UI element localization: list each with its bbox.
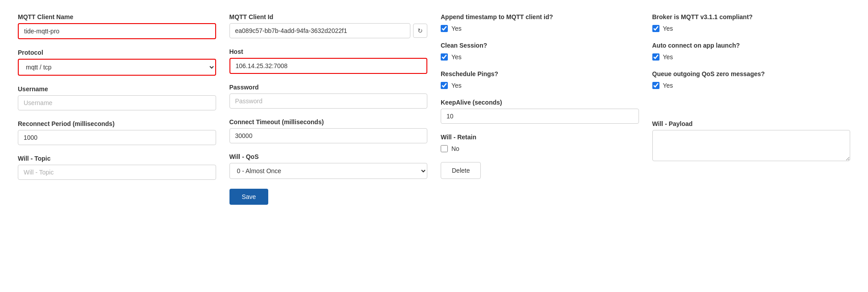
will-topic-label: Will - Topic bbox=[18, 155, 216, 162]
password-label: Password bbox=[229, 84, 428, 91]
broker-compliant-label: Broker is MQTT v3.1.1 compliant? bbox=[652, 13, 851, 20]
queue-outgoing-group: Queue outgoing QoS zero messages? Yes bbox=[652, 70, 851, 89]
column-4: Broker is MQTT v3.1.1 compliant? Yes Aut… bbox=[652, 13, 851, 205]
auto-connect-checkbox[interactable] bbox=[652, 53, 659, 61]
append-timestamp-label: Append timestamp to MQTT client id? bbox=[441, 13, 639, 20]
reschedule-pings-checkbox-group: Yes bbox=[441, 82, 639, 89]
reschedule-pings-label: Reschedule Pings? bbox=[441, 70, 639, 77]
reconnect-period-group: Reconnect Period (milliseconds) bbox=[18, 120, 216, 145]
clean-session-group: Clean Session? Yes bbox=[441, 42, 639, 61]
queue-outgoing-label: Queue outgoing QoS zero messages? bbox=[652, 70, 851, 77]
append-timestamp-checkbox[interactable] bbox=[441, 25, 448, 32]
keepalive-group: KeepAlive (seconds) bbox=[441, 99, 639, 124]
broker-compliant-checkbox-group: Yes bbox=[652, 25, 851, 32]
protocol-label: Protocol bbox=[18, 49, 216, 56]
will-payload-input[interactable] bbox=[652, 130, 851, 161]
will-qos-select[interactable]: 0 - Almost Once 1 - At Least Once 2 - Ex… bbox=[229, 163, 428, 179]
action-row: Save bbox=[229, 189, 428, 205]
connect-timeout-input[interactable] bbox=[229, 128, 428, 143]
host-group: Host bbox=[229, 48, 428, 74]
host-input[interactable] bbox=[229, 58, 428, 74]
will-retain-checkbox-group: No bbox=[441, 145, 639, 152]
username-input[interactable] bbox=[18, 95, 216, 110]
auto-connect-yes: Yes bbox=[663, 53, 673, 61]
will-payload-label: Will - Payload bbox=[652, 120, 851, 127]
settings-page: MQTT Client Name Protocol mqtt / tcp mqt… bbox=[0, 0, 868, 292]
save-button[interactable]: Save bbox=[229, 189, 269, 205]
refresh-icon: ↻ bbox=[418, 27, 423, 34]
append-timestamp-yes: Yes bbox=[451, 25, 462, 32]
reschedule-pings-yes: Yes bbox=[451, 82, 462, 89]
auto-connect-label: Auto connect on app launch? bbox=[652, 42, 851, 49]
broker-compliant-group: Broker is MQTT v3.1.1 compliant? Yes bbox=[652, 13, 851, 32]
keepalive-input[interactable] bbox=[441, 109, 639, 124]
reconnect-period-input[interactable] bbox=[18, 130, 216, 145]
will-topic-input[interactable] bbox=[18, 165, 216, 180]
queue-outgoing-checkbox[interactable] bbox=[652, 82, 659, 89]
mqtt-client-id-input[interactable] bbox=[229, 23, 411, 38]
queue-outgoing-yes: Yes bbox=[663, 82, 673, 89]
clean-session-yes: Yes bbox=[451, 53, 462, 61]
append-timestamp-group: Append timestamp to MQTT client id? Yes bbox=[441, 13, 639, 32]
will-payload-group: Will - Payload bbox=[652, 120, 851, 162]
clean-session-label: Clean Session? bbox=[441, 42, 639, 49]
delete-action-row: Delete bbox=[441, 162, 639, 179]
reschedule-pings-group: Reschedule Pings? Yes bbox=[441, 70, 639, 89]
settings-grid: MQTT Client Name Protocol mqtt / tcp mqt… bbox=[18, 13, 850, 205]
will-topic-group: Will - Topic bbox=[18, 155, 216, 180]
connect-timeout-group: Connect Timeout (milliseconds) bbox=[229, 118, 428, 143]
mqtt-client-id-group: MQTT Client Id ↻ bbox=[229, 13, 428, 38]
auto-connect-group: Auto connect on app launch? Yes bbox=[652, 42, 851, 61]
will-retain-no: No bbox=[451, 145, 459, 152]
refresh-client-id-button[interactable]: ↻ bbox=[413, 24, 427, 38]
mqtt-client-name-group: MQTT Client Name bbox=[18, 13, 216, 39]
reschedule-pings-checkbox[interactable] bbox=[441, 82, 448, 89]
mqtt-client-id-label: MQTT Client Id bbox=[229, 13, 428, 20]
username-label: Username bbox=[18, 85, 216, 93]
mqtt-client-name-input[interactable] bbox=[18, 23, 216, 39]
clean-session-checkbox-group: Yes bbox=[441, 53, 639, 61]
password-group: Password bbox=[229, 84, 428, 109]
protocol-group: Protocol mqtt / tcp mqtt / ws mqtts / tl… bbox=[18, 49, 216, 76]
password-input[interactable] bbox=[229, 93, 428, 109]
column-2: MQTT Client Id ↻ Host Password bbox=[229, 13, 428, 205]
host-label: Host bbox=[229, 48, 428, 55]
delete-button[interactable]: Delete bbox=[441, 162, 481, 179]
reconnect-period-label: Reconnect Period (milliseconds) bbox=[18, 120, 216, 127]
auto-connect-checkbox-group: Yes bbox=[652, 53, 851, 61]
will-qos-label: Will - QoS bbox=[229, 153, 428, 160]
broker-compliant-yes: Yes bbox=[663, 25, 673, 32]
protocol-select[interactable]: mqtt / tcp mqtt / ws mqtts / tls mqtts /… bbox=[18, 59, 216, 76]
column-1: MQTT Client Name Protocol mqtt / tcp mqt… bbox=[18, 13, 216, 205]
append-timestamp-checkbox-group: Yes bbox=[441, 25, 639, 32]
queue-outgoing-checkbox-group: Yes bbox=[652, 82, 851, 89]
client-id-wrapper: ↻ bbox=[229, 23, 428, 38]
column-3: Append timestamp to MQTT client id? Yes … bbox=[441, 13, 639, 205]
will-retain-group: Will - Retain No bbox=[441, 134, 639, 152]
will-qos-group: Will - QoS 0 - Almost Once 1 - At Least … bbox=[229, 153, 428, 179]
broker-compliant-checkbox[interactable] bbox=[652, 25, 659, 32]
mqtt-client-name-label: MQTT Client Name bbox=[18, 13, 216, 20]
will-retain-checkbox[interactable] bbox=[441, 145, 448, 152]
clean-session-checkbox[interactable] bbox=[441, 53, 448, 61]
will-retain-label: Will - Retain bbox=[441, 134, 639, 141]
keepalive-label: KeepAlive (seconds) bbox=[441, 99, 639, 106]
username-group: Username bbox=[18, 85, 216, 110]
connect-timeout-label: Connect Timeout (milliseconds) bbox=[229, 118, 428, 126]
